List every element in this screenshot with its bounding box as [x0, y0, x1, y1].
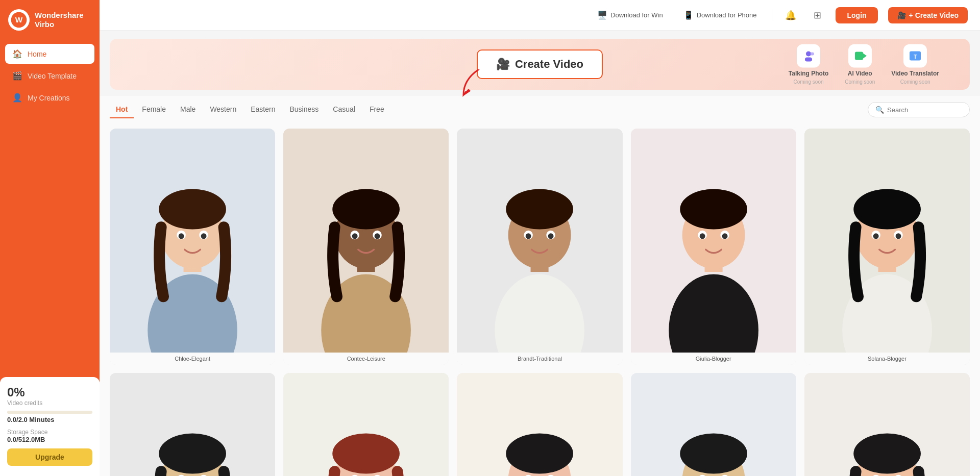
avatar-image — [283, 129, 449, 353]
storage-space-label: Storage Space — [7, 429, 92, 436]
svg-point-85 — [853, 434, 921, 474]
svg-point-17 — [201, 233, 207, 239]
grid-icon-btn[interactable]: ⊞ — [809, 7, 825, 23]
avatar-card[interactable]: Gabriel-Blogger — [110, 373, 275, 476]
avatar-card[interactable]: Amber - Fashion — [804, 373, 970, 476]
sidebar-item-video-template[interactable]: 🎬 Video Template — [5, 66, 94, 86]
svg-point-69 — [506, 434, 574, 474]
avatar-image — [110, 129, 275, 353]
avatar-card[interactable]: Chloe-Elegant — [110, 129, 275, 365]
svg-point-25 — [375, 233, 380, 239]
category-tabs: Hot Female Male Western Eastern Business… — [110, 101, 390, 118]
svg-point-61 — [332, 434, 400, 474]
avatar-card[interactable]: Li Lei-Blogger — [457, 373, 622, 476]
avatar-card[interactable]: Giulia-Blogger — [631, 129, 796, 365]
video-translator-icon: T — [903, 44, 927, 68]
sidebar-item-my-creations[interactable]: 👤 My Creations — [5, 88, 94, 108]
storage-space-value: 0.0/512.0MB — [7, 436, 92, 443]
tab-business[interactable]: Business — [284, 101, 325, 118]
svg-text:W: W — [15, 15, 23, 24]
topbar-divider — [772, 9, 772, 21]
svg-text:T: T — [914, 54, 917, 60]
svg-point-26 — [495, 274, 585, 353]
banner-create-video-button[interactable]: 🎥 Create Video — [477, 49, 603, 79]
create-video-icon: 🎥 — [897, 11, 906, 19]
tab-male[interactable]: Male — [174, 101, 202, 118]
feature-ai-video[interactable]: AI Video Coming soon — [845, 44, 875, 85]
tab-western[interactable]: Western — [204, 101, 242, 118]
svg-point-77 — [680, 434, 747, 474]
avatar-name: Chloe-Elegant — [110, 353, 275, 365]
search-box[interactable]: 🔍 — [868, 102, 970, 117]
svg-point-33 — [548, 233, 554, 239]
svg-point-40 — [699, 233, 705, 239]
svg-point-49 — [895, 233, 901, 239]
avatar-card[interactable]: Ruby-Games — [283, 373, 449, 476]
svg-marker-7 — [863, 54, 867, 59]
search-icon: 🔍 — [875, 106, 884, 114]
avatar-image — [631, 373, 796, 476]
avatar-image — [631, 129, 796, 353]
avatar-image — [457, 129, 622, 353]
storage-percent: 0% — [7, 385, 92, 399]
avatar-image — [804, 129, 970, 353]
tab-hot[interactable]: Hot — [110, 101, 134, 118]
avatar-image — [283, 373, 449, 476]
avatar-name: Brandt-Traditional — [457, 353, 622, 365]
search-input[interactable] — [887, 106, 962, 114]
sidebar-navigation: 🏠 Home 🎬 Video Template 👤 My Creations — [0, 40, 100, 112]
feature-video-translator[interactable]: T Video Translator Coming soon — [891, 44, 939, 85]
avatar-name: Giulia-Blogger — [631, 353, 796, 365]
tab-female[interactable]: Female — [136, 101, 172, 118]
logo-icon: W — [8, 9, 30, 31]
storage-bar-track — [7, 411, 92, 414]
svg-rect-6 — [855, 52, 863, 60]
download-phone-button[interactable]: 📱 Download for Phone — [678, 7, 762, 23]
video-template-icon: 🎬 — [12, 71, 22, 81]
sidebar: W Wondershare Virbo 🏠 Home 🎬 Video Templ… — [0, 0, 100, 476]
svg-point-53 — [159, 434, 226, 474]
svg-point-45 — [853, 189, 921, 230]
storage-minutes-value: 0.0/2.0 Minutes — [7, 416, 92, 423]
login-button[interactable]: Login — [836, 7, 877, 23]
app-logo: W Wondershare Virbo — [0, 0, 100, 40]
notification-icon-btn[interactable]: 🔔 — [782, 7, 799, 23]
svg-point-13 — [159, 189, 226, 230]
avatar-grid: Chloe-Elegant — [100, 118, 980, 476]
tab-eastern[interactable]: Eastern — [244, 101, 281, 118]
svg-point-41 — [722, 233, 727, 239]
svg-point-34 — [669, 274, 758, 353]
app-name: Wondershare Virbo — [35, 11, 84, 29]
monitor-icon: 🖥️ — [597, 10, 607, 20]
home-icon: 🏠 — [12, 49, 22, 59]
video-credits-label: Video credits — [7, 399, 92, 407]
banner-create-icon: 🎥 — [496, 58, 510, 71]
tab-free[interactable]: Free — [363, 101, 390, 118]
avatar-name: Contee-Leisure — [283, 353, 449, 365]
avatar-card[interactable]: Contee-Leisure — [283, 129, 449, 365]
avatar-image — [457, 373, 622, 476]
sidebar-item-home[interactable]: 🏠 Home — [5, 44, 94, 64]
hero-banner: 🎥 Create Video Talking Photo Coming soon — [110, 39, 970, 90]
tab-casual[interactable]: Casual — [327, 101, 361, 118]
content-area: 🎥 Create Video Talking Photo Coming soon — [100, 31, 980, 476]
my-creations-icon: 👤 — [12, 93, 22, 103]
avatar-name: Solana-Blogger — [804, 353, 970, 365]
features-panel: Talking Photo Coming soon AI Video Comin… — [789, 44, 939, 85]
avatar-card[interactable]: Brandt-Traditional — [457, 129, 622, 365]
ai-video-icon — [848, 44, 872, 68]
topbar-create-video-button[interactable]: 🎥 + Create Video — [888, 7, 968, 23]
avatar-card[interactable]: Solana-Blogger — [804, 129, 970, 365]
tabs-container: Hot Female Male Western Eastern Business… — [100, 96, 980, 118]
svg-point-32 — [526, 233, 531, 239]
svg-point-21 — [332, 189, 400, 230]
feature-talking-photo[interactable]: Talking Photo Coming soon — [789, 44, 828, 85]
phone-icon: 📱 — [683, 10, 694, 20]
svg-point-16 — [179, 233, 184, 239]
download-win-button[interactable]: 🖥️ Download for Win — [592, 7, 668, 23]
upgrade-button[interactable]: Upgrade — [7, 448, 92, 466]
svg-point-37 — [680, 189, 747, 230]
svg-rect-5 — [810, 53, 814, 56]
avatar-card[interactable]: Pierre-Casual — [631, 373, 796, 476]
avatar-image — [804, 373, 970, 476]
